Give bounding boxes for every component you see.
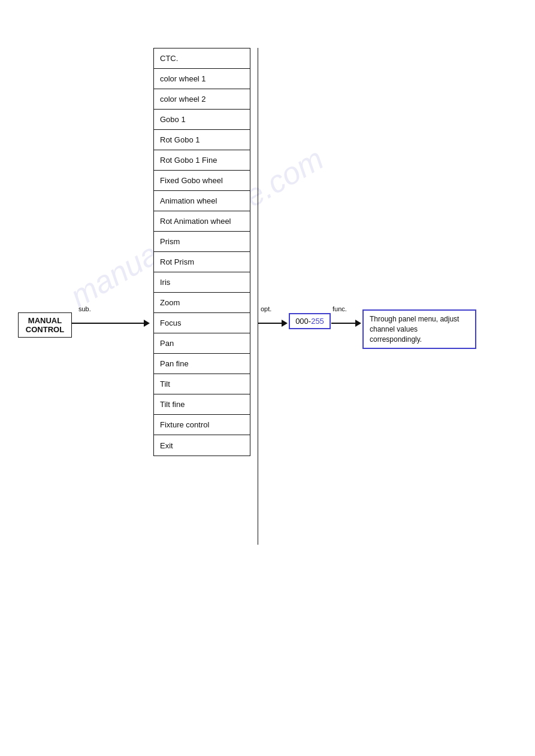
- manual-func-label: func.: [333, 305, 347, 312]
- manual-item-4: Rot Gobo 1: [154, 130, 250, 150]
- right-bracket: [258, 48, 258, 545]
- manual-opt-arrow: [258, 320, 288, 327]
- manual-info-box: Through panel menu, adjust channel value…: [362, 309, 476, 349]
- manual-item-2: color wheel 2: [154, 89, 250, 110]
- manual-item-19: Exit: [154, 435, 250, 456]
- manual-item-3: Gobo 1: [154, 110, 250, 130]
- manual-sub-label: sub.: [78, 305, 91, 312]
- manual-item-9: Prism: [154, 232, 250, 252]
- manual-item-11: Iris: [154, 272, 250, 293]
- page: manualsarchive.com MANUAL CONTROL sub. C…: [0, 0, 535, 756]
- manual-control-arrow: [72, 320, 150, 327]
- manual-item-10: Rot Prism: [154, 252, 250, 272]
- manual-item-6: Fixed Gobo wheel: [154, 171, 250, 191]
- manual-item-18: Fixture control: [154, 415, 250, 435]
- manual-item-17: Tilt fine: [154, 394, 250, 415]
- manual-item-5: Rot Gobo 1 Fine: [154, 150, 250, 171]
- manual-item-14: Pan: [154, 333, 250, 354]
- manual-item-12: Zoom: [154, 293, 250, 313]
- manual-value-box: 000-255: [289, 313, 331, 329]
- manual-item-15: Pan fine: [154, 354, 250, 374]
- manual-item-7: Animation wheel: [154, 191, 250, 211]
- manual-opt-label: opt.: [261, 305, 271, 312]
- manual-control-label: MANUAL CONTROL: [18, 312, 72, 338]
- manual-item-13: Focus: [154, 313, 250, 333]
- manual-control-items: CTC.color wheel 1color wheel 2Gobo 1Rot …: [153, 48, 250, 456]
- manual-item-16: Tilt: [154, 374, 250, 394]
- manual-item-0: CTC.: [154, 48, 250, 69]
- manual-item-8: Rot Animation wheel: [154, 211, 250, 232]
- manual-func-arrow: [331, 320, 361, 327]
- manual-item-1: color wheel 1: [154, 69, 250, 89]
